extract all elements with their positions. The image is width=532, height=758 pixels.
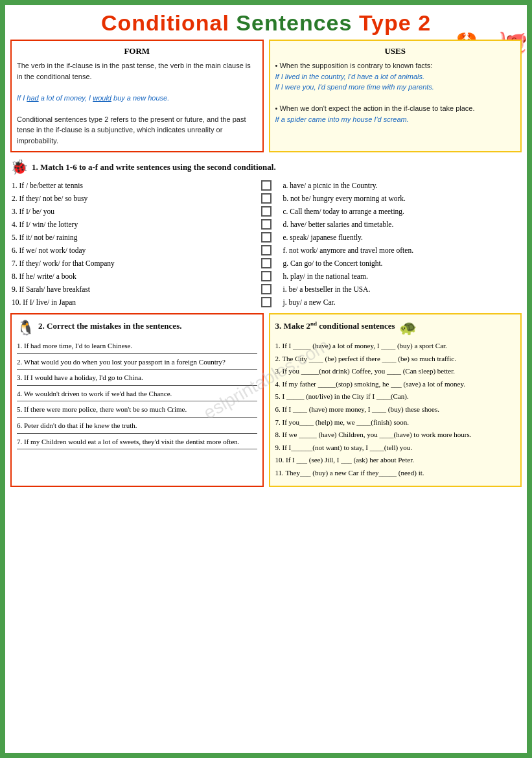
form-underline-had: had <box>27 94 38 102</box>
checkbox[interactable] <box>261 297 272 307</box>
title-part3: Type 2 <box>359 10 431 35</box>
checkbox[interactable] <box>261 206 272 217</box>
checkbox-col <box>253 231 279 243</box>
ex3-sentence: 1. If I _____ (have) a lot of money, I _… <box>275 340 516 352</box>
exercise2-title: 2. Correct the mistakes in the sentences… <box>38 321 181 331</box>
answer-line <box>17 417 257 418</box>
ex1-right-item: h. play/ in the national team. <box>282 270 522 282</box>
exercise3-box: 3. Make 2nd conditional sentences 🐢 1. I… <box>269 313 522 487</box>
ex1-right-item: c. Call them/ today to arrange a meeting… <box>282 206 522 217</box>
uses-title: USES <box>275 46 516 56</box>
exercise3-header: 3. Make 2nd conditional sentences 🐢 <box>275 320 516 337</box>
ex3-sentence: 2. The City ____ (be) perfect if there _… <box>275 353 516 365</box>
ex1-left-item: 5. If it/ not be/ raining <box>10 231 251 243</box>
answer-line <box>17 433 257 434</box>
ladybug-icon: 🐞 <box>10 159 28 176</box>
ex1-left-item: 3. If I/ be/ you <box>10 206 251 217</box>
uses-example1: If I lived in the country, I'd have a lo… <box>275 71 516 82</box>
checkbox-col <box>253 180 279 191</box>
checkbox-col <box>253 193 279 204</box>
form-box: FORM The verb in the if-clause is in the… <box>10 40 264 152</box>
answer-line <box>17 385 257 386</box>
page-title: Conditional Sentences Type 2 <box>10 10 522 36</box>
ex3-sentence: 9. If I______(not want) to stay, I ____(… <box>275 442 516 454</box>
answer-line <box>17 449 257 449</box>
ex3-sentence: 6. If I ____ (have) more money, I ____ (… <box>275 404 516 416</box>
ex3-sentence: 4. If my father _____(stop) smoking, he … <box>275 379 516 390</box>
checkbox-col <box>253 206 279 217</box>
ex2-sentence: 6. Peter didn't do that if he knew the t… <box>17 420 257 432</box>
ex1-left-item: 10. If I/ live/ in Japan <box>10 296 251 308</box>
checkbox-col <box>253 296 279 308</box>
ex3-sentence: 11. They___ (buy) a new Car if they_____… <box>275 468 516 479</box>
checkbox-col <box>253 244 279 256</box>
ex1-right-item: f. not work/ anymore and travel more oft… <box>282 244 522 256</box>
checkbox-col <box>253 257 279 269</box>
ex1-right-item: e. speak/ japanese fluently. <box>282 231 522 243</box>
ex2-sentence: 4. We wouldn't driven to work if we'd ha… <box>17 388 257 400</box>
uses-content: • When the supposition is contrary to kn… <box>275 60 516 124</box>
form-content: The verb in the if-clause is in the past… <box>17 60 257 146</box>
checkbox[interactable] <box>261 193 272 204</box>
ex1-left-item: 2. If they/ not be/ so busy <box>10 193 251 204</box>
ex1-right-item: a. have/ a picnic in the Country. <box>282 180 522 191</box>
exercise2-header: 🐧 2. Correct the mistakes in the sentenc… <box>17 320 257 337</box>
ex1-right-item: b. not be/ hungry every morning at work. <box>282 193 522 204</box>
checkbox[interactable] <box>261 284 272 294</box>
ex2-sentence: 3. If I would have a holiday, I'd go to … <box>17 372 257 384</box>
checkbox[interactable] <box>261 180 272 191</box>
form-text1: The verb in the if-clause is in the past… <box>17 60 257 82</box>
ex1-right-item: i. be/ a bestseller in the USA. <box>282 283 522 295</box>
page: eslprintables.com Conditional Sentences … <box>5 5 527 753</box>
ex2-sentence: 5. If there were more police, there won'… <box>17 404 257 416</box>
ex3-sentence: 5. I _____ (not/live) in the City if I _… <box>275 391 516 403</box>
ex1-right-item: j. buy/ a new Car. <box>282 296 522 308</box>
exercise3-items: 1. If I _____ (have) a lot of money, I _… <box>275 340 516 479</box>
uses-example2: If I were you, I'd spend more time with … <box>275 82 516 93</box>
title-part1: Conditional <box>101 10 236 35</box>
ex2-sentence: 7. If my Children would eat a lot of swe… <box>17 436 257 448</box>
ex1-left-item: 1. If / be/better at tennis <box>10 180 251 191</box>
checkbox[interactable] <box>261 219 272 230</box>
form-example1: If I had a lot of money, I would buy a n… <box>17 93 257 104</box>
ex2-sentence: 1. If had more time, I'd to learn Chines… <box>17 340 257 352</box>
ex3-sentence: 8. If we _____ (have) Children, you ____… <box>275 429 516 441</box>
checkbox[interactable] <box>261 258 272 268</box>
top-section: 🦀 🐙 FORM The verb in the if-clause is in… <box>10 40 522 152</box>
ex1-right-item: g. Can go/ to the Concert tonight. <box>282 257 522 269</box>
ex1-left-item: 8. If he/ write/ a book <box>10 270 251 282</box>
checkbox-col <box>253 219 279 230</box>
ex1-left-item: 9. If Sarah/ have breakfast <box>10 283 251 295</box>
uses-box: USES • When the supposition is contrary … <box>269 40 522 152</box>
penguin-icon: 🐧 <box>17 320 34 337</box>
exercise1-title: 1. Match 1-6 to a-f and write sentences … <box>32 162 276 172</box>
answer-line <box>17 369 257 370</box>
exercise2-box: 🐧 2. Correct the mistakes in the sentenc… <box>10 313 264 487</box>
exercise1-grid: 1. If / be/better at tennisa. have/ a pi… <box>10 180 522 308</box>
form-title: FORM <box>17 46 257 56</box>
uses-example3: If a spider came into my house I'd screa… <box>275 114 516 125</box>
bottom-section: 🐧 2. Correct the mistakes in the sentenc… <box>10 313 522 487</box>
exercise1-section: 🐞 1. Match 1-6 to a-f and write sentence… <box>10 159 522 308</box>
form-text2: Conditional sentences type 2 refers to t… <box>17 114 257 147</box>
exercise3-title: 3. Make 2nd conditional sentences <box>275 320 395 331</box>
exercise2-items: 1. If had more time, I'd to learn Chines… <box>17 340 257 449</box>
form-underline-would: would <box>93 94 111 102</box>
checkbox[interactable] <box>261 232 272 243</box>
title-part2: Sentences <box>236 10 359 35</box>
uses-bullet1: • When the supposition is contrary to kn… <box>275 60 516 71</box>
checkbox[interactable] <box>261 271 272 281</box>
uses-bullet2: • When we don't expect the action in the… <box>275 103 516 114</box>
ex2-sentence: 2. What would you do when you lost your … <box>17 357 257 368</box>
answer-line <box>17 353 257 354</box>
ex3-sentence: 3. If you _____(not drink) Coffee, you _… <box>275 366 516 377</box>
checkbox[interactable] <box>261 245 272 255</box>
ex1-left-item: 6. If we/ not work/ today <box>10 244 251 256</box>
answer-line <box>17 401 257 401</box>
ex1-left-item: 7. If they/ work/ for that Company <box>10 257 251 269</box>
checkbox-col <box>253 270 279 282</box>
ex1-left-item: 4. If I/ win/ the lottery <box>10 219 251 230</box>
ex3-sentence: 7. If you____ (help) me, we ____(finish)… <box>275 417 516 429</box>
turtle-icon: 🐢 <box>399 320 417 337</box>
ex3-sentence: 10. If I ___ (see) Jill, I ___ (ask) her… <box>275 455 516 466</box>
